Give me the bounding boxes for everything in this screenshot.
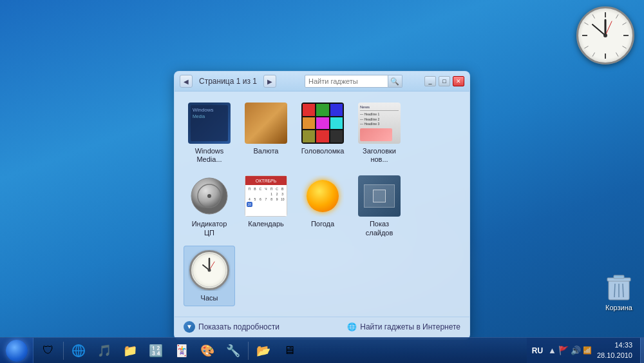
- tray-time-display[interactable]: 14:33 28.10.2010: [594, 340, 635, 360]
- gadget-item-calendar[interactable]: ОКТЯБРЬ ПВСЧПСВ 123 45678910 28 Календар…: [240, 172, 292, 240]
- clock-svg: [578, 8, 632, 63]
- tray-language[interactable]: RU: [532, 346, 543, 355]
- gadgets-grid: Windows Media Windows Media... Валюта: [184, 99, 460, 306]
- desktop: ◀ Страница 1 из 1 ▶ 🔍 _ □ ✕: [0, 0, 644, 363]
- search-box: 🔍: [305, 75, 402, 88]
- svg-point-23: [208, 268, 211, 271]
- gadget-label-weather: Погода: [311, 220, 334, 228]
- taskbar-icon-security[interactable]: 🛡: [36, 339, 61, 362]
- tray-network-icon[interactable]: 📶: [583, 346, 592, 355]
- clock-face: [576, 6, 634, 64]
- gadget-label-mediaplayer: Windows Media...: [187, 147, 232, 164]
- gadget-label-cpu: Индикатор ЦП: [187, 220, 232, 237]
- gadget-thumb-calendar: ОКТЯБРЬ ПВСЧПСВ 123 45678910 28: [245, 175, 287, 217]
- recycle-bin-label: Корзина: [605, 304, 632, 311]
- prev-page-button[interactable]: ◀: [180, 75, 193, 88]
- svg-line-6: [623, 46, 627, 49]
- gadget-thumb-mediaplayer: Windows Media: [188, 103, 231, 144]
- system-tray: RU ▲ 🚩 🔊 📶 14:33 28.10.2010: [527, 338, 640, 364]
- globe-icon: 🌐: [347, 322, 357, 331]
- taskbar-icon-solitaire[interactable]: 🃏: [169, 339, 194, 362]
- close-button[interactable]: ✕: [453, 76, 464, 86]
- taskbar-icon-ie[interactable]: [66, 339, 91, 362]
- gadget-thumb-weather: [301, 175, 344, 217]
- svg-point-15: [603, 34, 607, 37]
- tray-icons: ▲ 🚩 🔊 📶: [548, 346, 592, 355]
- svg-rect-26: [614, 275, 624, 279]
- start-button[interactable]: [0, 338, 33, 364]
- gadget-item-mediaplayer[interactable]: Windows Media Windows Media...: [184, 99, 235, 167]
- minimize-button[interactable]: _: [424, 76, 436, 86]
- start-orb: [6, 340, 28, 362]
- page-info: Страница 1 из 1: [199, 77, 257, 86]
- recycle-bin[interactable]: Корзина: [603, 270, 634, 311]
- gadget-thumb-puzzle: [301, 103, 344, 144]
- tray-volume-icon[interactable]: 🔊: [571, 346, 581, 355]
- svg-line-8: [592, 53, 595, 57]
- gadget-label-calendar: Календарь: [248, 220, 284, 228]
- gadget-item-puzzle[interactable]: Головоломка: [297, 99, 348, 167]
- svg-line-10: [584, 23, 588, 25]
- gadget-item-clock[interactable]: Часы: [184, 246, 235, 306]
- taskbar-icon-explorer[interactable]: 📁: [118, 339, 142, 362]
- gadget-label-headlines: Заголовки нов...: [357, 147, 402, 164]
- taskbar-icon-folder[interactable]: 📂: [251, 339, 276, 362]
- tray-date: 28.10.2010: [597, 351, 632, 360]
- svg-line-11: [592, 14, 595, 18]
- svg-line-13: [592, 25, 605, 35]
- svg-line-5: [623, 23, 627, 25]
- tray-time: 14:33: [597, 340, 632, 350]
- details-icon: ▼: [184, 321, 195, 333]
- gadget-label-currency: Валюта: [254, 147, 279, 155]
- tray-arrow-icon[interactable]: ▲: [548, 346, 556, 355]
- tray-flag-icon[interactable]: 🚩: [558, 346, 569, 355]
- maximize-button[interactable]: □: [439, 76, 450, 86]
- svg-line-29: [623, 284, 623, 297]
- gadget-item-headlines[interactable]: News — Headline 1 — Headline 2 — Headlin…: [354, 99, 405, 167]
- online-gadgets-link[interactable]: 🌐 Найти гаджеты в Интернете: [347, 322, 460, 331]
- gadget-item-weather[interactable]: Погода: [297, 172, 348, 240]
- titlebar-left: ◀ Страница 1 из 1 ▶: [180, 75, 276, 88]
- window-footer: ▼ Показать подробности 🌐 Найти гаджеты в…: [175, 317, 469, 339]
- taskbar-icon-mediaplayer[interactable]: 🎵: [92, 339, 117, 362]
- taskbar-icon-tool[interactable]: 🔧: [221, 339, 245, 362]
- gadget-thumb-clock: [188, 250, 231, 291]
- recycle-bin-icon: [603, 270, 634, 301]
- gadget-label-puzzle: Головоломка: [301, 147, 345, 155]
- desktop-clock-widget: [576, 6, 634, 64]
- show-details-button[interactable]: ▼ Показать подробности: [184, 321, 279, 333]
- gadget-item-slideshow[interactable]: Показ слайдов: [354, 172, 405, 240]
- svg-line-9: [584, 46, 588, 49]
- gadget-item-currency[interactable]: Валюта: [240, 99, 292, 167]
- search-input[interactable]: [305, 75, 388, 88]
- svg-line-27: [614, 284, 615, 297]
- next-page-button[interactable]: ▶: [263, 75, 276, 88]
- search-button[interactable]: 🔍: [388, 75, 402, 88]
- online-gadgets-label: Найти гаджеты в Интернете: [360, 322, 460, 331]
- gadgets-grid-container: Windows Media Windows Media... Валюта: [175, 92, 469, 314]
- svg-point-18: [207, 194, 211, 198]
- gadget-thumb-currency: [245, 103, 287, 144]
- gadget-thumb-cpu: [188, 175, 231, 217]
- gadget-label-slideshow: Показ слайдов: [357, 220, 402, 237]
- gadget-thumb-headlines: News — Headline 1 — Headline 2 — Headlin…: [358, 103, 401, 144]
- taskbar-divider-1: [63, 342, 64, 360]
- taskbar-items: 🛡 🎵 📁 🔢 🃏 🎨: [33, 339, 527, 362]
- svg-line-7: [616, 53, 619, 57]
- show-details-label: Показать подробности: [198, 322, 279, 331]
- taskbar-icon-monitor[interactable]: 🖥: [277, 339, 301, 362]
- svg-line-4: [616, 14, 619, 18]
- taskbar-icon-paint[interactable]: 🎨: [195, 339, 220, 362]
- gadget-label-clock: Часы: [201, 294, 218, 302]
- gadget-window: ◀ Страница 1 из 1 ▶ 🔍 _ □ ✕: [174, 71, 470, 340]
- show-desktop-button[interactable]: [640, 338, 644, 364]
- taskbar: 🛡 🎵 📁 🔢 🃏 🎨: [0, 337, 644, 363]
- gadget-item-cpu[interactable]: Индикатор ЦП: [184, 172, 235, 240]
- taskbar-divider-2: [248, 342, 249, 360]
- titlebar-controls: _ □ ✕: [424, 76, 464, 86]
- taskbar-icon-calculator[interactable]: 🔢: [144, 339, 168, 362]
- gadget-thumb-slideshow: [358, 175, 401, 217]
- window-titlebar: ◀ Страница 1 из 1 ▶ 🔍 _ □ ✕: [175, 72, 469, 92]
